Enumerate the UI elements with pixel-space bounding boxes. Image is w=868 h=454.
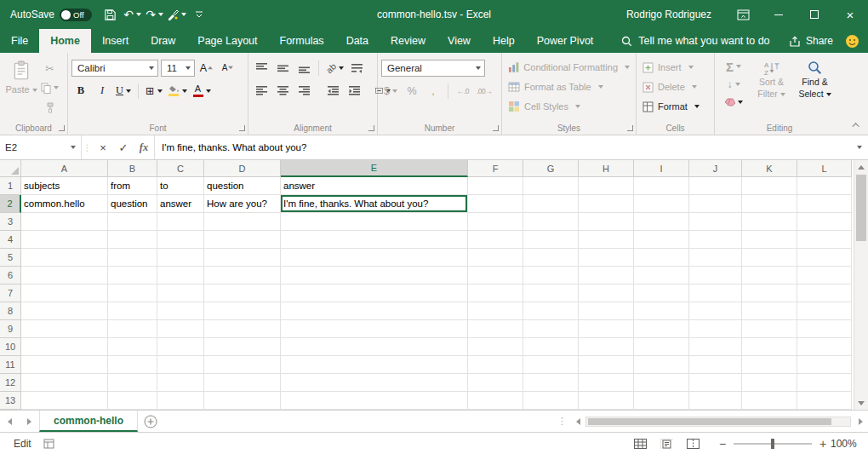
cell-E7[interactable] <box>281 284 468 302</box>
cell-K11[interactable] <box>742 356 797 374</box>
row-header-9[interactable]: 9 <box>0 320 21 338</box>
cell-H9[interactable] <box>579 320 634 338</box>
cell-J9[interactable] <box>689 320 742 338</box>
cell-B3[interactable] <box>108 213 157 231</box>
align-bottom-button[interactable] <box>294 60 313 77</box>
cell-L11[interactable] <box>797 356 852 374</box>
cell-B6[interactable] <box>108 267 157 284</box>
ribbon-tab-review[interactable]: Review <box>380 29 437 53</box>
cell-L7[interactable] <box>797 284 852 302</box>
cell-E9[interactable] <box>281 320 468 338</box>
insert-function-button[interactable]: fx <box>134 135 154 159</box>
cell-J7[interactable] <box>689 284 742 302</box>
zoom-in-button[interactable]: + <box>815 437 831 451</box>
cell-C9[interactable] <box>157 320 204 338</box>
increase-decimal-button[interactable]: ←.0 <box>454 83 472 100</box>
ribbon-tab-help[interactable]: Help <box>482 29 526 53</box>
cell-I2[interactable] <box>634 195 689 213</box>
cell-D11[interactable] <box>204 356 281 374</box>
cell-G1[interactable] <box>523 177 579 195</box>
ribbon-tab-power-pivot[interactable]: Power Pivot <box>526 29 605 53</box>
new-sheet-button[interactable] <box>138 411 163 432</box>
format-as-table-button[interactable]: Format as Table <box>505 78 632 96</box>
hscroll-left-button[interactable] <box>570 411 585 432</box>
cell-D10[interactable] <box>204 338 281 356</box>
cell-C11[interactable] <box>157 356 204 374</box>
bold-button[interactable]: B <box>71 83 90 100</box>
cell-B1[interactable]: from <box>108 177 157 195</box>
row-header-13[interactable]: 13 <box>0 392 21 410</box>
row-header-1[interactable]: 1 <box>0 177 21 195</box>
col-header-E[interactable]: E <box>281 160 468 177</box>
align-left-button[interactable] <box>252 83 271 100</box>
cell-B4[interactable] <box>108 231 157 249</box>
cell-I3[interactable] <box>634 213 689 231</box>
cell-C6[interactable] <box>157 267 204 284</box>
zoom-slider[interactable] <box>734 443 812 445</box>
share-button[interactable]: Share <box>779 29 843 53</box>
zoom-level[interactable]: 100% <box>831 438 868 450</box>
cell-H7[interactable] <box>579 284 634 302</box>
cell-E2[interactable]: I'm fine, thanks. What about you? <box>281 195 468 213</box>
minimize-button[interactable] <box>761 0 797 29</box>
cell-C12[interactable] <box>157 374 204 392</box>
cell-C13[interactable] <box>157 392 204 410</box>
cell-I6[interactable] <box>634 267 689 284</box>
cell-G13[interactable] <box>523 392 579 410</box>
cell-B9[interactable] <box>108 320 157 338</box>
sheet-nav-next-button[interactable] <box>20 411 39 432</box>
cell-E11[interactable] <box>281 356 468 374</box>
customize-qat-button[interactable] <box>189 3 208 26</box>
col-header-K[interactable]: K <box>742 160 797 177</box>
undo-button[interactable]: ↶ <box>123 3 142 26</box>
cell-H2[interactable] <box>579 195 634 213</box>
cell-D2[interactable]: How are you? <box>204 195 281 213</box>
percent-style-button[interactable]: % <box>403 83 421 100</box>
grow-font-button[interactable]: A <box>197 60 216 77</box>
col-header-J[interactable]: J <box>689 160 742 177</box>
ribbon-tab-page-layout[interactable]: Page Layout <box>186 29 268 53</box>
cell-A6[interactable] <box>21 267 108 284</box>
cell-A1[interactable]: subjects <box>21 177 108 195</box>
alignment-dialog-launcher[interactable] <box>368 125 374 131</box>
cell-A13[interactable] <box>21 392 108 410</box>
italic-button[interactable]: I <box>93 83 111 100</box>
cell-A2[interactable]: common.hello <box>21 195 108 213</box>
clipboard-dialog-launcher[interactable] <box>59 125 65 131</box>
cell-I10[interactable] <box>634 338 689 356</box>
cut-button[interactable]: ✂ <box>39 60 60 77</box>
row-header-8[interactable]: 8 <box>0 302 21 320</box>
increase-indent-button[interactable] <box>345 83 363 100</box>
select-all-corner[interactable] <box>0 160 21 177</box>
hscroll-thumb[interactable] <box>588 418 831 425</box>
cell-F4[interactable] <box>468 231 523 249</box>
tell-me-search[interactable]: Tell me what you want to do <box>614 29 776 53</box>
cell-L3[interactable] <box>797 213 852 231</box>
cell-E13[interactable] <box>281 392 468 410</box>
cell-C7[interactable] <box>157 284 204 302</box>
sheet-bar-splitter[interactable]: ⋮ <box>554 411 570 432</box>
cell-G8[interactable] <box>523 302 579 320</box>
cell-E8[interactable] <box>281 302 468 320</box>
font-color-button[interactable]: A <box>191 83 213 100</box>
cell-G4[interactable] <box>523 231 579 249</box>
quick-command-button[interactable] <box>167 3 186 26</box>
cell-G10[interactable] <box>523 338 579 356</box>
cell-D1[interactable]: question <box>204 177 281 195</box>
cell-G2[interactable] <box>523 195 579 213</box>
cell-L5[interactable] <box>797 249 852 267</box>
cell-J4[interactable] <box>689 231 742 249</box>
cell-L8[interactable] <box>797 302 852 320</box>
styles-dialog-launcher[interactable] <box>627 125 633 131</box>
cell-D12[interactable] <box>204 374 281 392</box>
cell-J3[interactable] <box>689 213 742 231</box>
cell-F9[interactable] <box>468 320 523 338</box>
cell-B5[interactable] <box>108 249 157 267</box>
font-size-combo[interactable]: 11 <box>161 60 195 77</box>
cell-E6[interactable] <box>281 267 468 284</box>
comma-style-button[interactable]: , <box>424 83 443 100</box>
cell-F11[interactable] <box>468 356 523 374</box>
cell-H6[interactable] <box>579 267 634 284</box>
number-dialog-launcher[interactable] <box>493 125 499 131</box>
ribbon-tab-home[interactable]: Home <box>39 29 91 53</box>
